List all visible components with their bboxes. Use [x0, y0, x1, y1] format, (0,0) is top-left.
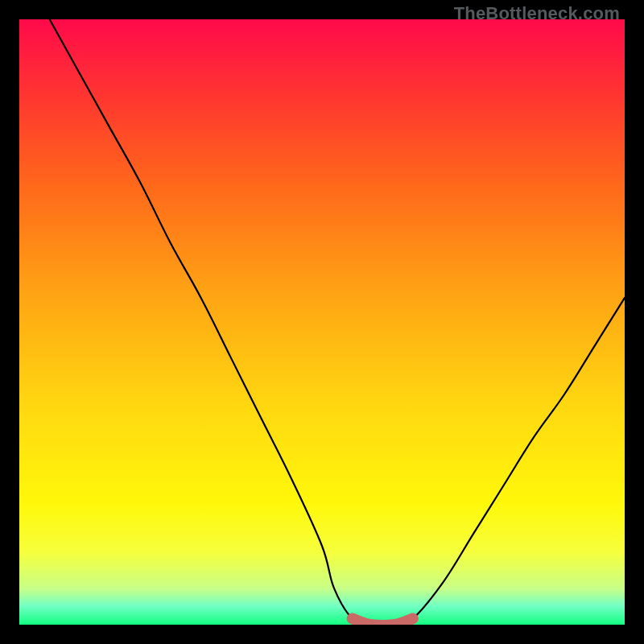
chart-frame: TheBottleneck.com	[0, 0, 644, 644]
plot-area	[19, 19, 625, 625]
bottleneck-curve-line	[50, 19, 625, 625]
optimal-range-highlight	[353, 618, 413, 625]
chart-svg	[19, 19, 625, 625]
